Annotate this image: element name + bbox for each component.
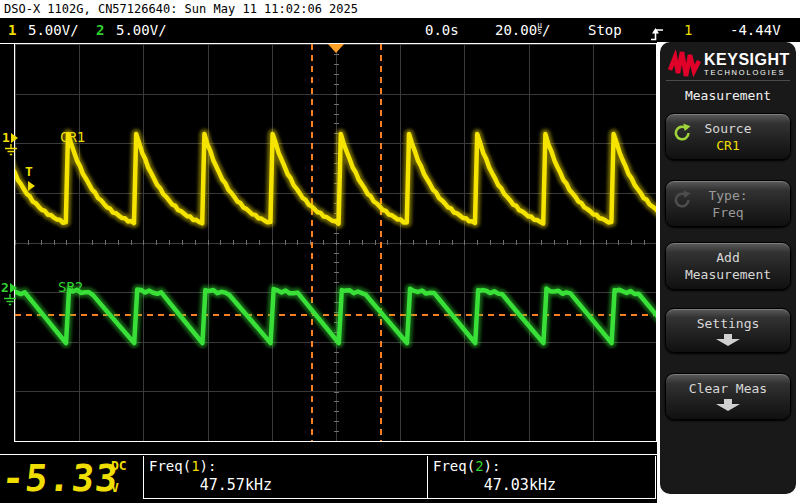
ch2-scale[interactable]: 5.00V/ [116,18,167,42]
dvm-value: -5.33 [0,457,121,500]
waveform-traces [15,44,656,441]
trigger-source[interactable]: 1 [684,18,692,42]
settings-label: Settings [666,316,790,332]
ch2-ground-marker: 2 [1,281,17,308]
system-info-text: DSO-X 1102G, CN57126640: Sun May 11 11:0… [4,2,358,16]
measurement-freq2: Freq(2): 47.03kHz [427,456,656,499]
clear-meas-label: Clear Meas [666,381,790,397]
measurement-freq1: Freq(1): 47.57kHz [143,456,427,499]
time-offset[interactable]: 0.0s [425,18,459,42]
brand-subtitle: TECHNOLOGIES [704,68,785,77]
oscilloscope-screen: DSO-X 1102G, CN57126640: Sun May 11 11:0… [0,0,800,503]
title-bar: DSO-X 1102G, CN57126640: Sun May 11 11:0… [0,0,800,18]
brand-name: KEYSIGHT [704,51,790,69]
freq1-value: 47.57kHz [144,476,272,494]
ground-symbol-icon [3,294,17,306]
panel-divider [666,80,790,81]
menu-title: Measurement [660,88,796,103]
dvm-mode: DC [111,458,127,473]
ch1-scale[interactable]: 5.00V/ [28,18,79,42]
freq1-label: Freq(1): [149,458,427,474]
freq2-label: Freq(2): [433,458,655,474]
dvm-readout: -5.33 DC V [0,456,142,499]
ch1-badge[interactable]: 1 [8,18,16,42]
menu-down-arrow-icon [713,399,743,412]
type-button[interactable]: Type: Freq [665,180,791,227]
trigger-time-reference-marker [328,44,344,53]
entry-knob-icon-dim [673,190,691,208]
clear-meas-button[interactable]: Clear Meas [665,373,791,420]
trigger-marker-arrow-icon [28,181,35,191]
add-measurement-line1: Add [666,250,790,266]
timebase[interactable]: 20.00µs/ [495,18,550,42]
ch1-trace-label: CR1 [60,129,85,145]
timebase-value: 20.00 [495,22,537,38]
freq2-value: 47.03kHz [428,476,556,494]
ground-symbol-icon [4,144,18,156]
trigger-level[interactable]: -4.44V [730,18,781,42]
keysight-spark-icon [668,50,702,78]
dvm-unit: V [111,480,119,495]
menu-down-arrow-icon [713,334,743,347]
settings-button[interactable]: Settings [665,308,791,353]
add-measurement-button[interactable]: Add Measurement [665,242,791,290]
trigger-level-marker: T [25,165,35,191]
ch1-ground-marker: 1 [2,131,18,158]
add-measurement-line2: Measurement [666,266,790,283]
ch1-marker-arrow-icon [11,133,18,143]
softkey-panel: KEYSIGHT TECHNOLOGIES Measurement Source… [660,42,796,494]
ch2-trace-label: SR2 [58,279,83,295]
waveform-plot: 1 T 2 CR1 SR2 [14,43,657,442]
status-bar: 1 5.00V/ 2 5.00V/ 0.0s 20.00µs/ Stop 1 -… [0,18,800,42]
entry-knob-icon [673,123,691,141]
timebase-slash: / [542,22,550,38]
measurement-bar: -5.33 DC V Freq(1): 47.57kHz Freq(2): 47… [0,454,657,503]
ch2-marker-arrow-icon [10,283,17,293]
acquisition-state[interactable]: Stop [588,18,622,42]
ch2-badge[interactable]: 2 [96,18,104,42]
source-button[interactable]: Source CR1 [665,113,791,160]
